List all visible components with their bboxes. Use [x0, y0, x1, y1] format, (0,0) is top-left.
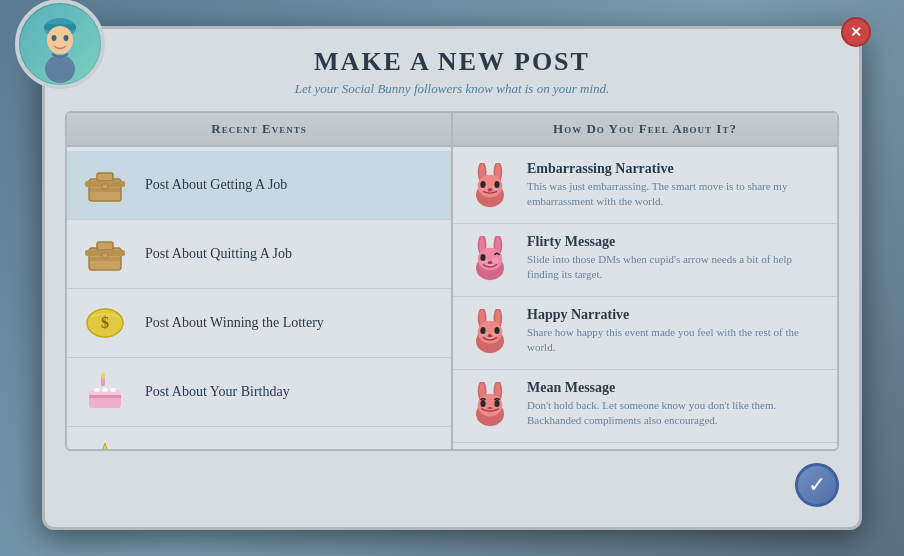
embarrassing-bunny-icon — [467, 161, 513, 213]
close-button[interactable]: ✕ — [841, 17, 871, 47]
feel-options-list: Embarrassing Narrative This was just emb… — [453, 147, 837, 449]
recent-events-list: Post About Getting A Job Post About Quit… — [67, 147, 451, 449]
birthday-label: Post About Your Birthday — [145, 384, 290, 400]
svg-point-40 — [494, 181, 499, 188]
mean-title: Mean Message — [527, 380, 823, 396]
list-item[interactable]: Post About Quitting A Job — [67, 220, 451, 289]
svg-rect-14 — [97, 242, 113, 250]
lottery-label: Post About Winning the Lottery — [145, 315, 324, 331]
svg-rect-25 — [89, 395, 121, 398]
svg-rect-8 — [97, 173, 113, 181]
modal-overlay: ✕ Make A New Post Let your Social Bunny … — [0, 0, 904, 556]
mean-description: Don't hold back. Let someone know you do… — [527, 398, 823, 429]
flirty-bunny-icon: ♥ — [467, 234, 513, 286]
modal-subtitle: Let your Social Bunny followers know wha… — [65, 81, 839, 97]
avatar — [15, 0, 105, 89]
modal-footer: ✓ — [65, 463, 839, 507]
svg-point-3 — [52, 35, 57, 41]
happy-description: Share how happy this event made you feel… — [527, 325, 823, 356]
modal: ✕ Make A New Post Let your Social Bunny … — [42, 26, 862, 530]
feel-option[interactable]: Mean Message Don't hold back. Let someon… — [453, 370, 837, 443]
embarrassing-description: This was just embarrassing. The smart mo… — [527, 179, 823, 210]
quitting-job-label: Post About Quitting A Job — [145, 246, 292, 262]
happy-title: Happy Narrative — [527, 307, 823, 323]
getting-job-icon — [79, 159, 131, 211]
svg-text:$: $ — [101, 314, 109, 331]
content-area: Recent Events Post About Getting A Job P… — [65, 111, 839, 451]
birthday-icon — [79, 366, 131, 418]
getting-job-label: Post About Getting A Job — [145, 177, 287, 193]
right-panel: How Do You Feel About It? Embarrassing N… — [453, 113, 837, 449]
feel-option[interactable]: ♥ Flirty Message Slide into those DMs wh… — [453, 224, 837, 297]
svg-point-71 — [494, 400, 499, 407]
feel-option[interactable]: Embarrassing Narrative This was just emb… — [453, 151, 837, 224]
feel-option[interactable]: Sad Narrative What would be truly sad wo… — [453, 443, 837, 449]
embarrassing-title: Embarrassing Narrative — [527, 161, 823, 177]
confirm-button[interactable]: ✓ — [795, 463, 839, 507]
left-panel: Recent Events Post About Getting A Job P… — [67, 113, 453, 449]
left-panel-header: Recent Events — [67, 113, 451, 147]
right-panel-header: How Do You Feel About It? — [453, 113, 837, 147]
svg-point-62 — [494, 327, 499, 334]
modal-title: Make A New Post — [65, 47, 839, 77]
flirty-title: Flirty Message — [527, 234, 823, 250]
svg-point-5 — [45, 55, 75, 83]
feel-option[interactable]: Happy Narrative Share how happy this eve… — [453, 297, 837, 370]
svg-rect-11 — [102, 184, 108, 189]
happy-bunny-icon — [467, 307, 513, 359]
mean-bunny-icon — [467, 380, 513, 432]
svg-point-49 — [492, 258, 499, 263]
quitting-job-icon — [79, 228, 131, 280]
svg-point-28 — [110, 388, 116, 392]
svg-point-2 — [47, 26, 73, 54]
svg-point-27 — [102, 388, 108, 392]
svg-point-70 — [480, 400, 485, 407]
svg-rect-17 — [102, 253, 108, 258]
svg-point-39 — [480, 181, 485, 188]
svg-point-4 — [64, 35, 69, 41]
svg-text:♥: ♥ — [487, 267, 492, 277]
svg-point-22 — [101, 373, 105, 379]
svg-point-26 — [94, 388, 100, 392]
lottery-icon: $ — [79, 297, 131, 349]
svg-marker-29 — [89, 443, 121, 449]
list-item[interactable]: $ Post About Winning the Lottery — [67, 289, 451, 358]
svg-point-61 — [480, 327, 485, 334]
svg-point-50 — [480, 254, 485, 261]
promotion-icon — [79, 435, 131, 449]
list-item[interactable]: Post About Your First Promotion — [67, 427, 451, 449]
list-item[interactable]: Post About Your Birthday — [67, 358, 451, 427]
flirty-description: Slide into those DMs when cupid's arrow … — [527, 252, 823, 283]
list-item[interactable]: Post About Getting A Job — [67, 151, 451, 220]
